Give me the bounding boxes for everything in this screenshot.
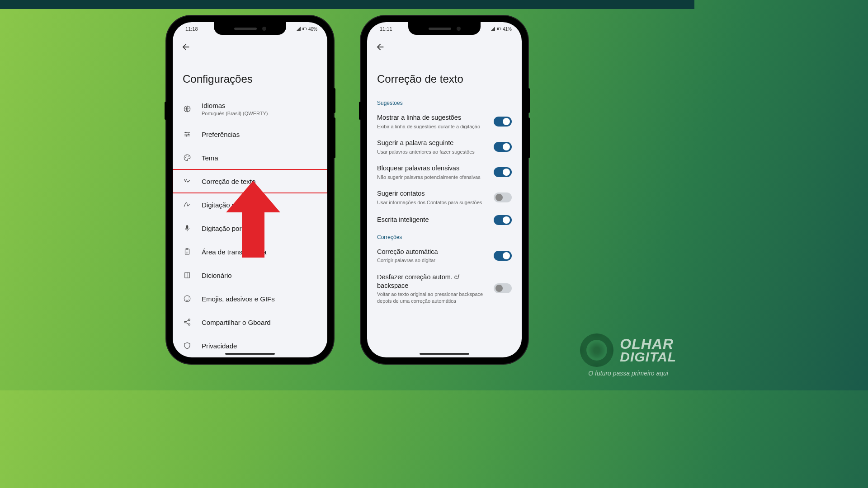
settings-item-digitacao-voz[interactable]: Digitação por Voz [173, 216, 327, 240]
svg-point-16 [188, 298, 189, 299]
page-title: Correção de texto [367, 57, 522, 95]
spellcheck-icon [183, 177, 192, 185]
mic-icon [183, 224, 192, 232]
phone-notch [408, 22, 481, 35]
svg-point-19 [189, 324, 190, 325]
book-icon [183, 271, 192, 279]
settings-item-emojis[interactable]: Emojis, adesivos e GIFs [173, 287, 327, 310]
battery-icon [496, 26, 502, 32]
home-indicator[interactable] [420, 353, 469, 355]
settings-item-correcao-texto[interactable]: Correção de texto [173, 169, 327, 193]
gesture-icon [183, 201, 192, 209]
brand-name-line2: DIGITAL [620, 351, 676, 364]
toggle-switch[interactable] [494, 215, 512, 225]
toggle-correcao-automatica[interactable]: Correção automática Corrigir palavras ao… [367, 243, 522, 268]
settings-item-digitacao-gesto[interactable]: Digitação por gesto [173, 193, 327, 216]
status-time: 11:11 [377, 26, 409, 32]
svg-point-4 [185, 132, 187, 133]
toggle-mostrar-linha-sugestoes[interactable]: Mostrar a linha de sugestões Exibir a li… [367, 109, 522, 134]
emoji-icon [183, 295, 192, 303]
status-battery-pct: 40% [308, 27, 317, 32]
svg-rect-21 [500, 28, 501, 29]
toggle-sub: Usar palavras anteriores ao fazer sugest… [377, 149, 487, 155]
palette-icon [183, 154, 192, 162]
arrow-back-icon [181, 42, 191, 52]
status-time: 11:18 [183, 26, 214, 32]
phone-notch [214, 22, 286, 35]
settings-item-label: Digitação por gesto [202, 201, 317, 209]
toggle-title: Sugerir a palavra seguinte [377, 139, 487, 147]
home-indicator[interactable] [225, 353, 275, 355]
toggle-title: Mostrar a linha de sugestões [377, 113, 487, 122]
settings-item-idiomas[interactable]: Idiomas Português (Brasil) (QWERTY) [173, 95, 327, 122]
section-label-sugestoes: Sugestões [367, 95, 522, 109]
toggle-sub: Voltar ao texto original ao pressionar b… [377, 291, 487, 304]
toggle-escrita-inteligente[interactable]: Escrita inteligente [367, 211, 522, 230]
toggle-title: Escrita inteligente [377, 216, 487, 224]
settings-item-tema[interactable]: Tema [173, 146, 327, 169]
toggle-bloquear-palavras-ofensivas[interactable]: Bloquear palavras ofensivas Não sugerir … [367, 160, 522, 185]
page-top-bar [0, 0, 694, 9]
settings-item-dicionario[interactable]: Dicionário [173, 263, 327, 287]
svg-point-7 [185, 157, 186, 158]
svg-rect-10 [186, 225, 189, 229]
settings-item-area-transferencia[interactable]: Área de transferência [173, 240, 327, 263]
settings-item-label: Emojis, adesivos e GIFs [202, 295, 317, 303]
settings-item-preferencias[interactable]: Preferências [173, 122, 327, 146]
svg-rect-1 [306, 28, 307, 29]
svg-rect-11 [185, 249, 189, 254]
toggle-switch[interactable] [494, 167, 512, 177]
svg-rect-22 [497, 28, 499, 30]
phone-mockup-correcao: 11:11 41% Correção de texto Sugestões Mo… [361, 16, 528, 364]
toggle-desfazer-correcao-backspace[interactable]: Desfazer correção autom. c/ backspace Vo… [367, 268, 522, 309]
battery-icon [302, 26, 307, 32]
signal-icon [296, 26, 301, 32]
svg-point-6 [186, 135, 187, 136]
settings-list: Idiomas Português (Brasil) (QWERTY) Pref… [173, 95, 327, 357]
status-battery-pct: 41% [503, 27, 512, 32]
svg-point-9 [188, 156, 189, 157]
phone-mockup-settings: 11:18 40% Configurações Idiomas Portuguê… [166, 16, 334, 364]
back-button[interactable] [173, 36, 327, 57]
settings-item-label: Compartilhar o Gboard [202, 319, 317, 326]
clipboard-icon [183, 248, 192, 256]
toggle-title: Bloquear palavras ofensivas [377, 164, 487, 173]
settings-item-label: Correção de texto [202, 178, 317, 185]
toggle-switch[interactable] [494, 251, 512, 261]
svg-rect-12 [186, 249, 189, 250]
settings-item-sub: Português (Brasil) (QWERTY) [202, 111, 317, 116]
toggle-sugerir-palavra-seguinte[interactable]: Sugerir a palavra seguinte Usar palavras… [367, 134, 522, 160]
arrow-back-icon [375, 42, 385, 52]
toggle-sub: Corrigir palavras ao digitar [377, 257, 487, 263]
svg-point-17 [189, 319, 190, 321]
toggle-switch[interactable] [494, 283, 512, 293]
sliders-icon [183, 130, 192, 138]
toggle-title: Sugerir contatos [377, 189, 487, 198]
toggle-title: Correção automática [377, 248, 487, 256]
settings-item-label: Tema [202, 154, 317, 162]
toggle-sugerir-contatos[interactable]: Sugerir contatos Usar informações dos Co… [367, 185, 522, 210]
svg-point-5 [188, 134, 189, 135]
toggle-switch[interactable] [494, 192, 512, 202]
toggle-switch[interactable] [494, 142, 512, 152]
svg-point-14 [184, 296, 190, 302]
shield-icon [183, 342, 192, 350]
back-button[interactable] [367, 36, 522, 57]
svg-point-8 [186, 156, 187, 157]
page-title: Configurações [173, 57, 327, 95]
settings-item-label: Idiomas [202, 102, 317, 109]
toggle-sub: Exibir a linha de sugestões durante a di… [377, 123, 487, 130]
brand-tagline: O futuro passa primeiro aqui [588, 370, 668, 377]
brand-name-line1: OLHAR [620, 337, 676, 351]
settings-item-label: Privacidade [202, 342, 317, 350]
settings-item-label: Área de transferência [202, 248, 317, 256]
settings-item-compartilhar[interactable]: Compartilhar o Gboard [173, 310, 327, 334]
section-label-correcoes: Correções [367, 230, 522, 243]
toggle-switch[interactable] [494, 117, 512, 127]
share-icon [183, 318, 192, 326]
brand-logo: OLHAR DIGITAL O futuro passa primeiro aq… [580, 333, 676, 377]
settings-item-label: Preferências [202, 131, 317, 138]
svg-point-18 [184, 321, 186, 323]
signal-icon [490, 26, 495, 32]
toggle-sub: Usar informações dos Contatos para suges… [377, 199, 487, 206]
